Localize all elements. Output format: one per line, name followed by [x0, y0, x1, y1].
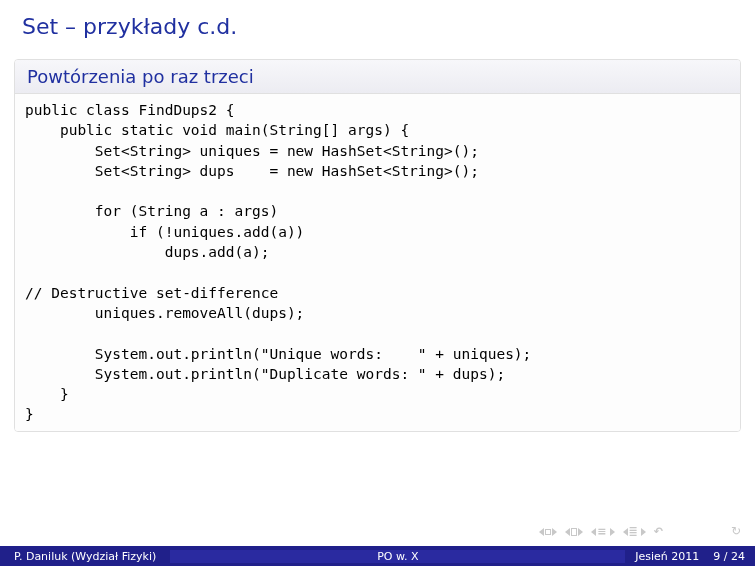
nav-subsection-icon[interactable] — [565, 528, 583, 536]
block-body: public class FindDups2 { public static v… — [15, 94, 740, 431]
slide-title: Set – przykłady c.d. — [0, 0, 755, 49]
nav-section-icon[interactable]: ≡ — [591, 525, 614, 538]
block-title: Powtórzenia po raz trzeci — [15, 60, 740, 94]
example-block: Powtórzenia po raz trzeci public class F… — [14, 59, 741, 432]
nav-back-icon[interactable]: ↶ — [654, 525, 665, 538]
nav-refresh-icon[interactable]: ↻ — [731, 524, 741, 538]
beamer-nav-icons: ≡ ≣ ↶ — [539, 525, 665, 538]
footer-author: P. Daniluk (Wydział Fizyki) — [0, 550, 170, 563]
footer-page: 9 / 24 — [713, 550, 745, 563]
code-listing: public class FindDups2 { public static v… — [25, 100, 730, 425]
footer-term: Jesień 2011 — [635, 550, 699, 563]
footer-bar: P. Daniluk (Wydział Fizyki) PO w. X Jesi… — [0, 546, 755, 566]
nav-frame-icon[interactable] — [539, 528, 557, 536]
nav-doc-icon[interactable]: ≣ — [623, 525, 646, 538]
footer-course: PO w. X — [170, 550, 625, 563]
